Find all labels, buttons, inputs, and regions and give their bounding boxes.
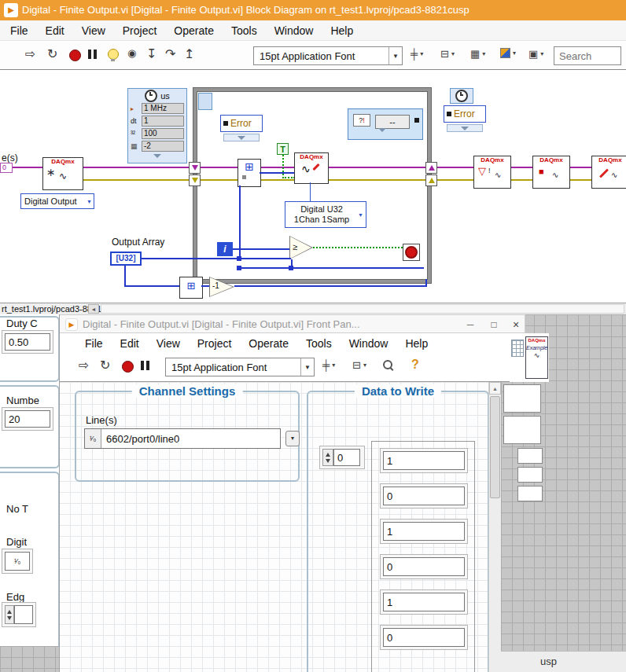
daqmx-wait-node[interactable]: DAQmx ▽ ! ∿	[473, 156, 511, 189]
connector-pane-icon[interactable]	[511, 340, 524, 357]
bd-menu-operate[interactable]: Operate	[165, 20, 223, 41]
array-index-spinner[interactable]	[322, 449, 333, 466]
number-input[interactable]: 20	[5, 410, 50, 428]
retain-values-button[interactable]: ◉	[127, 48, 136, 58]
run-button[interactable]: ⇨	[25, 48, 35, 61]
loop-input-node[interactable]	[198, 93, 212, 110]
reorder-dropdown[interactable]: ▣▾	[528, 48, 543, 60]
scrollbar-thumb[interactable]	[490, 396, 500, 498]
edge-spinner[interactable]	[5, 605, 14, 624]
fp-menu-operate[interactable]: Operate	[240, 333, 297, 354]
fp-title-bar[interactable]: ▶ Digital - Finite Output.vi [Digital - …	[59, 314, 525, 333]
fp-menu-help[interactable]: Help	[396, 333, 436, 354]
abort-button[interactable]	[69, 50, 81, 61]
step-over-button[interactable]: ↷	[165, 48, 175, 61]
loop-timing-node[interactable]: ?! --	[348, 108, 423, 140]
task-wire	[569, 167, 591, 168]
daqmx-stop-node[interactable]: DAQmx ■ ∿	[532, 156, 570, 189]
clipped-io-terminal[interactable]: 0	[0, 163, 13, 173]
output-array-terminal[interactable]: [U32]	[110, 252, 142, 266]
digital-io-control[interactable]: ¹⁄₀	[5, 552, 30, 571]
lines-io-control[interactable]: ¹⁄₀ 6602/port0/line0	[84, 428, 281, 449]
search-input[interactable]	[554, 46, 621, 65]
bd-menu-edit[interactable]: Edit	[37, 20, 73, 41]
horizontal-scrollbar-track[interactable]	[101, 304, 624, 314]
context-help-button[interactable]: ?	[411, 358, 419, 372]
step-into-button[interactable]: ↧	[146, 48, 156, 61]
bd-menu-view[interactable]: View	[73, 20, 114, 41]
bd-menu-file[interactable]: File	[2, 20, 37, 41]
timing-offset-value[interactable]: -2	[142, 141, 184, 152]
error-indicator-left[interactable]: Error	[220, 115, 263, 132]
timing-dt-value[interactable]: 1	[142, 116, 184, 127]
iteration-terminal[interactable]: i	[217, 242, 233, 256]
tunnel-error-in[interactable]	[189, 174, 201, 186]
error-indicator-right[interactable]: Error	[444, 105, 486, 123]
tunnel-task-out[interactable]	[425, 162, 437, 174]
bd-menu-tools[interactable]: Tools	[223, 20, 266, 41]
background-control-fragment	[503, 416, 541, 444]
array-element-input[interactable]: 0	[383, 487, 465, 505]
fp-vertical-scrollbar[interactable]: ▲	[488, 382, 501, 672]
array-element-input[interactable]: 0	[383, 628, 465, 647]
array-element-input[interactable]: 0	[383, 557, 465, 576]
pause-button[interactable]	[141, 361, 149, 370]
labview-icon: ▶	[4, 3, 18, 17]
abort-button[interactable]	[122, 361, 134, 373]
array-element-input[interactable]: 1	[383, 522, 465, 541]
distribute-objects-dropdown[interactable]: ⊟▾	[352, 359, 366, 371]
close-button[interactable]: ×	[506, 315, 525, 334]
clock-node[interactable]	[450, 88, 473, 104]
tunnel-error-out[interactable]	[425, 174, 437, 186]
channel-type-enum[interactable]: Digital Output ▼	[20, 193, 94, 209]
edge-input[interactable]	[14, 605, 33, 624]
cleanup-diagram-dropdown[interactable]: ▾	[500, 48, 516, 58]
fp-menu-edit[interactable]: Edit	[112, 333, 148, 354]
step-out-button[interactable]: ↥	[184, 48, 194, 61]
font-selector[interactable]: 15pt Application Font ▼	[253, 46, 403, 65]
vi-icon[interactable]: DAQmx Example ∿	[525, 336, 548, 379]
fp-menu-file[interactable]: File	[76, 333, 112, 354]
array-element-input[interactable]: 1	[383, 451, 465, 470]
array-index-value[interactable]: 0	[333, 449, 360, 466]
run-continuous-button[interactable]: ↻	[47, 48, 57, 61]
fp-menu-window[interactable]: Window	[341, 333, 397, 354]
loop-condition-terminal[interactable]	[403, 244, 420, 261]
pause-button[interactable]	[88, 50, 97, 59]
fp-menu-view[interactable]: View	[148, 333, 189, 354]
align-objects-dropdown[interactable]: ╪▾	[411, 48, 423, 60]
minimize-button[interactable]: ─	[459, 315, 481, 334]
write-instance-selector[interactable]: Digital U32 1Chan 1Samp ▼	[285, 201, 366, 228]
daqmx-write-node[interactable]: DAQmx ∿	[294, 152, 329, 184]
zoom-button[interactable]	[383, 360, 392, 369]
bd-title-bar[interactable]: ▶ Digital - Finite Output.vi [Digital - …	[0, 0, 626, 20]
daqmx-clear-node[interactable]: DAQmx ∿	[591, 156, 626, 189]
bd-menu-help[interactable]: Help	[322, 20, 362, 41]
align-objects-dropdown[interactable]: ╪▾	[322, 359, 335, 371]
array-convert-node[interactable]: ⊞	[179, 277, 203, 299]
daqmx-create-channel-node[interactable]: DAQmx ∗ ∿	[42, 157, 83, 190]
resize-objects-dropdown[interactable]: ▦▾	[470, 48, 485, 60]
fp-menu-tools[interactable]: Tools	[297, 333, 341, 354]
scroll-left-button[interactable]: ◄	[88, 304, 99, 314]
array-element-input[interactable]: 1	[383, 593, 465, 611]
error-label: Error	[454, 108, 475, 119]
bd-menu-window[interactable]: Window	[266, 20, 322, 41]
scroll-up-button[interactable]: ▲	[489, 382, 501, 395]
timing-config-node[interactable]: us ▸ 1 MHz dt 1 ³² 100 ▦ -2	[127, 88, 187, 163]
distribute-objects-dropdown[interactable]: ⊟▾	[440, 48, 455, 60]
duty-cycle-input[interactable]: 0.50	[5, 333, 50, 351]
timing-rate-value[interactable]: 1 MHz	[142, 103, 184, 114]
fp-menu-project[interactable]: Project	[189, 333, 241, 354]
index-array-node[interactable]: ⊞	[238, 159, 261, 187]
true-constant[interactable]: T	[277, 143, 289, 155]
lines-dropdown-button[interactable]: ▾	[285, 431, 300, 446]
highlight-execution-button[interactable]	[108, 49, 119, 60]
tunnel-task-in[interactable]	[189, 162, 201, 174]
timing-period-value[interactable]: 100	[142, 128, 184, 139]
bd-menu-project[interactable]: Project	[114, 20, 166, 41]
font-selector[interactable]: 15pt Application Font ▼	[165, 358, 315, 376]
run-button[interactable]: ⇨	[79, 359, 89, 372]
maximize-button[interactable]: □	[483, 315, 505, 334]
run-continuous-button[interactable]: ↻	[100, 359, 110, 372]
